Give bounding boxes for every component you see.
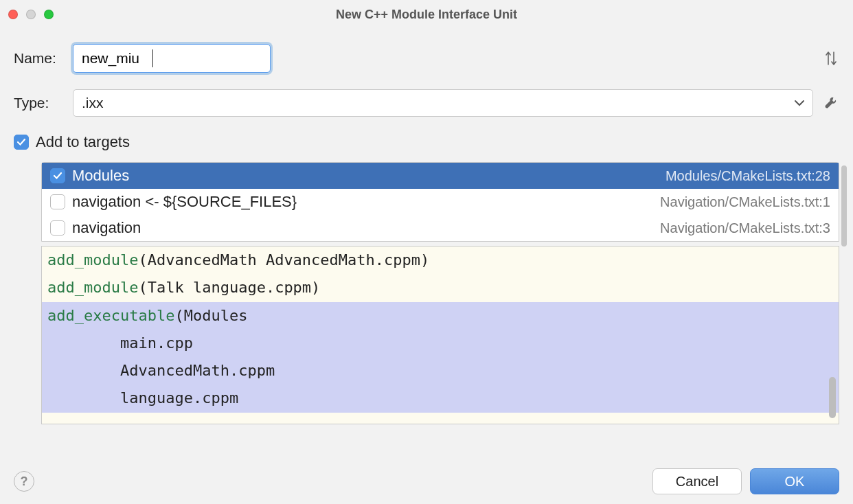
configure-icon[interactable] [823, 95, 839, 111]
code-line: language.cppm [42, 385, 839, 412]
target-path: Navigation/CMakeLists.txt:3 [660, 220, 830, 236]
target-checkbox[interactable] [50, 168, 65, 183]
code-line: main.cpp [42, 330, 839, 357]
target-row[interactable]: navigation <- ${SOURCE_FILES} Navigation… [42, 189, 839, 215]
add-to-targets-row: Add to targets [0, 133, 853, 151]
button-row: Cancel OK [652, 468, 839, 494]
add-to-targets-label: Add to targets [36, 133, 130, 151]
type-label: Type: [14, 95, 63, 111]
code-line: add_module(Talk language.cppm) [42, 274, 839, 301]
target-name: navigation <- ${SOURCE_FILES} [72, 193, 297, 211]
dialog-footer: ? Cancel OK [0, 459, 853, 504]
type-select[interactable]: .ixx [73, 89, 813, 117]
name-label: Name: [14, 50, 63, 67]
targets-scrollbar[interactable] [841, 165, 847, 247]
target-row[interactable]: Modules Modules/CMakeLists.txt:28 [42, 163, 839, 189]
form: Name: Type: .ixx [0, 29, 853, 117]
code-line: add_module(AdvancedMath AdvancedMath.cpp… [42, 247, 839, 274]
targets-list: Modules Modules/CMakeLists.txt:28 naviga… [41, 162, 839, 242]
help-button[interactable]: ? [14, 471, 34, 492]
target-path: Navigation/CMakeLists.txt:1 [660, 194, 830, 210]
sort-icon[interactable] [823, 51, 839, 66]
dialog-title: New C++ Module Interface Unit [0, 8, 853, 22]
code-line: add_executable(Modules [42, 302, 839, 330]
target-name: navigation [72, 219, 141, 237]
code-preview: add_module(AdvancedMath AdvancedMath.cpp… [41, 246, 839, 424]
ok-button[interactable]: OK [750, 468, 839, 494]
target-checkbox[interactable] [50, 194, 65, 209]
titlebar: New C++ Module Interface Unit [0, 0, 853, 29]
code-line: AdvancedMath.cppm [42, 357, 839, 385]
cancel-button[interactable]: Cancel [652, 468, 742, 494]
name-row: Name: [14, 44, 839, 73]
type-select-value: .ixx [82, 95, 104, 111]
type-row: Type: .ixx [14, 89, 839, 117]
target-row[interactable]: navigation Navigation/CMakeLists.txt:3 [42, 215, 839, 241]
target-name: Modules [72, 167, 129, 185]
add-to-targets-checkbox[interactable] [14, 135, 29, 150]
name-input[interactable] [73, 44, 271, 73]
target-path: Modules/CMakeLists.txt:28 [666, 168, 830, 184]
chevron-down-icon [795, 98, 804, 108]
target-checkbox[interactable] [50, 220, 65, 236]
code-scrollbar[interactable] [829, 377, 836, 418]
